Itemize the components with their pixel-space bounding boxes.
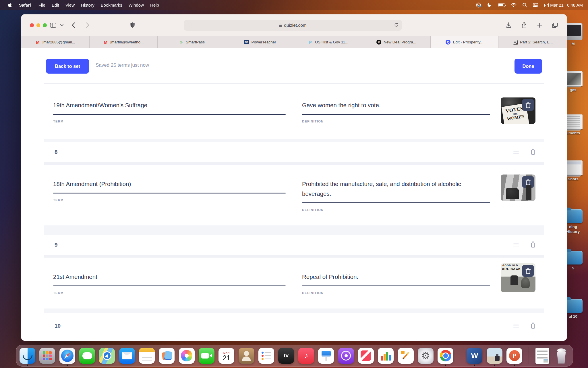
delete-card-icon[interactable]: [530, 322, 536, 330]
menu-item-bookmarks[interactable]: Bookmarks: [98, 3, 125, 7]
dock-apple-tv-icon[interactable]: tv: [278, 348, 294, 364]
tab-2[interactable]: Mjmartin@sweetho...: [90, 36, 158, 48]
dock-finder-icon[interactable]: [20, 348, 35, 364]
gmail-favicon: M: [103, 40, 108, 45]
share-icon[interactable]: [519, 14, 529, 36]
delete-image-button[interactable]: [522, 265, 534, 277]
dock-messages-icon[interactable]: [79, 348, 95, 364]
term-text[interactable]: 18th Amendment (Prohibition): [53, 179, 286, 189]
back-button[interactable]: [69, 14, 78, 36]
dock-word-icon[interactable]: W: [467, 348, 482, 364]
dock-trash-icon[interactable]: [554, 348, 569, 364]
dock-news-icon[interactable]: [358, 348, 374, 364]
dock-calendar-icon[interactable]: MAR21: [218, 348, 234, 364]
spotlight-search-icon[interactable]: [522, 3, 527, 7]
grammar-assistant-icon[interactable]: [476, 2, 481, 8]
done-button[interactable]: Done: [514, 59, 542, 74]
dock-separator: [529, 347, 529, 364]
term-label: TERM: [53, 120, 286, 123]
forward-button[interactable]: [83, 14, 92, 36]
menu-item-history[interactable]: History: [78, 3, 98, 7]
back-to-set-button[interactable]: Back to set: [46, 59, 89, 74]
term-image-prohibition[interactable]: [501, 175, 535, 201]
dock-mail-icon[interactable]: [119, 348, 135, 364]
term-image-votes-for-women[interactable]: VOTES FOR WOMEN: [501, 97, 535, 124]
dock-notes-icon[interactable]: [139, 348, 155, 364]
dock-facetime-icon[interactable]: [199, 348, 214, 364]
drag-handle-icon[interactable]: [513, 151, 519, 154]
dock-photos-icon[interactable]: [179, 348, 195, 364]
reload-icon[interactable]: [394, 22, 399, 28]
tab-8[interactable]: ★Part 2: Search, E...: [499, 36, 567, 48]
dock-contacts-icon[interactable]: [239, 348, 254, 364]
running-indicator: [445, 365, 446, 366]
powerschool-favicon: P: [308, 40, 313, 45]
menu-item-file[interactable]: File: [35, 3, 49, 7]
delete-image-button[interactable]: [522, 99, 534, 111]
term-field[interactable]: 19th Amendment/Women's Suffrage TERM: [53, 100, 286, 123]
wifi-icon[interactable]: [511, 3, 517, 7]
dock-podcasts-icon[interactable]: [338, 348, 354, 364]
dock-freeform-icon[interactable]: [159, 348, 175, 364]
definition-text[interactable]: Repeal of Prohibition.: [302, 272, 490, 282]
tab-6[interactable]: ✳New Deal Progra...: [362, 36, 431, 48]
tab-label: Part 2: Search, E...: [520, 40, 553, 44]
control-center-icon[interactable]: [533, 3, 538, 7]
menu-item-view[interactable]: View: [62, 3, 78, 7]
dock-powerpoint-icon[interactable]: P: [506, 348, 522, 364]
tab-5[interactable]: PUS Hist & Gov 11...: [294, 36, 363, 48]
downloads-icon[interactable]: [504, 14, 513, 36]
term-text[interactable]: 19th Amendment/Women's Suffrage: [53, 100, 286, 110]
delete-image-button[interactable]: [522, 176, 534, 188]
zoom-window-button[interactable]: [43, 23, 47, 27]
dock-chrome-icon[interactable]: [438, 348, 453, 364]
close-window-button[interactable]: [30, 23, 34, 27]
tab-3[interactable]: »SmartPass: [158, 36, 226, 48]
menu-item-window[interactable]: Window: [125, 3, 147, 7]
drag-handle-icon[interactable]: [513, 325, 519, 327]
definition-field[interactable]: Repeal of Prohibition. DEFINITION: [302, 272, 490, 295]
tab-overview-icon[interactable]: [550, 14, 560, 36]
card-number: 9: [55, 242, 58, 248]
term-image-repeal[interactable]: GOOD OLD ARE BACK: [501, 263, 535, 292]
dock-safari-icon[interactable]: [59, 348, 75, 364]
menu-item-help[interactable]: Help: [147, 3, 162, 7]
tab-4[interactable]: SISPowerTeacher: [226, 36, 294, 48]
definition-field[interactable]: Prohibited the manufacture, sale, and di…: [302, 179, 490, 212]
tab-1[interactable]: Mjmar2885@gmail...: [21, 36, 90, 48]
term-text[interactable]: 21st Amendment: [53, 272, 286, 282]
dock-photo-ink-document-icon[interactable]: [487, 348, 502, 364]
dock-minimized-document-icon[interactable]: [535, 348, 549, 364]
definition-field[interactable]: Gave women the right to vote. DEFINITION: [302, 100, 490, 123]
dock-music-icon[interactable]: ♪: [298, 348, 314, 364]
privacy-shield-icon[interactable]: [128, 14, 137, 36]
tab-7[interactable]: QEdit · Prosperity...: [431, 36, 499, 48]
delete-card-icon[interactable]: [530, 241, 536, 249]
term-field[interactable]: 18th Amendment (Prohibition) TERM: [53, 179, 286, 202]
dock-pages-icon[interactable]: [398, 348, 414, 364]
sidebar-toggle-icon[interactable]: [49, 14, 57, 36]
apple-menu-icon[interactable]: [7, 3, 12, 7]
battery-icon[interactable]: [498, 3, 505, 7]
term-card-list: 19th Amendment/Women's Suffrage TERM Gav…: [44, 83, 544, 340]
address-bar[interactable]: quizlet.com: [184, 20, 402, 31]
delete-card-icon[interactable]: [530, 148, 536, 156]
definition-text[interactable]: Prohibited the manufacture, sale, and di…: [302, 179, 490, 199]
new-tab-plus-icon[interactable]: [535, 14, 544, 36]
menu-app-name[interactable]: Safari: [16, 3, 34, 7]
minimize-window-button[interactable]: [36, 23, 40, 27]
dock-keynote-icon[interactable]: [318, 348, 334, 364]
term-field[interactable]: 21st Amendment TERM: [53, 272, 286, 295]
definition-text[interactable]: Gave women the right to vote.: [302, 100, 490, 110]
editor-action-bar: Back to set Saved 25 terms just now Done: [21, 48, 567, 83]
dock-reminders-icon[interactable]: [258, 348, 274, 364]
sidebar-chevron-down-icon[interactable]: [59, 14, 64, 36]
focus-moon-icon[interactable]: [487, 3, 492, 8]
dock-numbers-icon[interactable]: [378, 348, 394, 364]
menu-item-edit[interactable]: Edit: [49, 3, 62, 7]
dock-maps-icon[interactable]: [99, 348, 115, 364]
tab-strip: Mjmar2885@gmail...Mjmartin@sweetho...»Sm…: [21, 36, 567, 48]
drag-handle-icon[interactable]: [513, 244, 519, 246]
dock-launchpad-icon[interactable]: [39, 348, 55, 364]
dock-system-settings-icon[interactable]: ⚙: [418, 348, 434, 364]
